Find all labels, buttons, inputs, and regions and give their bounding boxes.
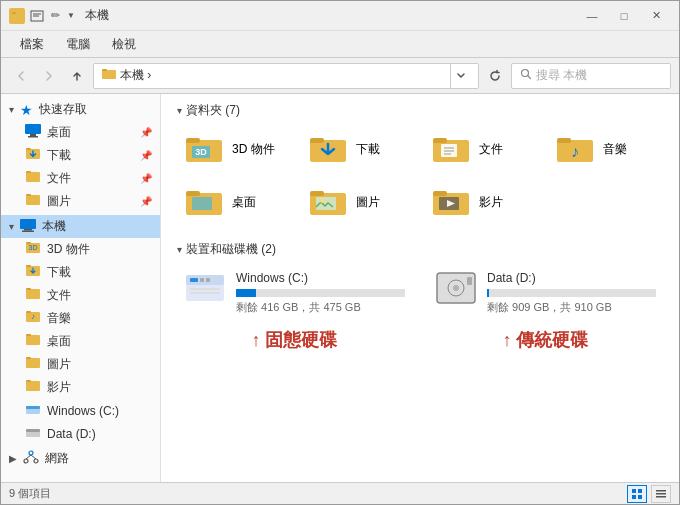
statusbar-text: 9 個項目: [9, 486, 51, 501]
sidebar-label-desktop-quick: 桌面: [47, 124, 71, 141]
search-placeholder: 搜尋 本機: [536, 67, 587, 84]
sidebar-this-pc-header[interactable]: ▾ 本機: [1, 215, 160, 238]
qat-properties-icon[interactable]: [29, 8, 45, 24]
folder-videos-icon: [431, 185, 471, 220]
sidebar-item-network[interactable]: ▶ 網路: [1, 447, 160, 470]
folder-item-pictures[interactable]: 圖片: [301, 180, 417, 225]
sidebar-item-documents[interactable]: 文件: [1, 284, 160, 307]
svg-rect-25: [26, 265, 31, 267]
svg-rect-10: [30, 134, 36, 136]
drive-d-space: 剩餘 909 GB，共 910 GB: [487, 300, 656, 315]
folder-desktop-label: 桌面: [232, 194, 256, 211]
folder-download-icon: [308, 132, 348, 167]
svg-rect-86: [632, 495, 636, 499]
sidebar-item-pictures[interactable]: 圖片: [1, 353, 160, 376]
view-icons-button[interactable]: [627, 485, 647, 503]
qat-rename-icon[interactable]: ✏: [47, 8, 63, 24]
sidebar-quick-access: ▾ ★ 快速存取 桌面 📌: [1, 98, 160, 213]
folder-item-download[interactable]: 下載: [301, 127, 417, 172]
search-icon: [520, 68, 532, 83]
sidebar: ▾ ★ 快速存取 桌面 📌: [1, 94, 161, 482]
network-icon: [23, 450, 39, 467]
sidebar-item-3dobjects[interactable]: 3D 3D 物件: [1, 238, 160, 261]
drive-c-bar-fill: [236, 289, 256, 297]
sidebar-item-downloads-quick[interactable]: 下載 📌: [1, 144, 160, 167]
this-pc-label: 本機: [42, 218, 66, 235]
sidebar-item-videos[interactable]: 影片: [1, 376, 160, 399]
address-bar-folder-icon: [102, 68, 116, 83]
address-dropdown-button[interactable]: [450, 64, 470, 88]
sidebar-item-data-d[interactable]: Data (D:): [1, 422, 160, 445]
drive-d-large-icon: [435, 271, 477, 310]
sidebar-label-data-d: Data (D:): [47, 427, 96, 441]
up-button[interactable]: [65, 64, 89, 88]
svg-point-82: [453, 285, 459, 291]
drive-item-c[interactable]: Windows (C:) 剩餘 416 GB，共 475 GB: [177, 266, 412, 320]
desktop-folder-icon: [25, 333, 41, 350]
svg-rect-9: [25, 124, 41, 134]
downloads-icon: [25, 147, 41, 164]
maximize-button[interactable]: □: [609, 6, 639, 26]
folder-download-label: 下載: [356, 141, 380, 158]
svg-rect-75: [200, 278, 204, 282]
tab-view[interactable]: 檢視: [101, 31, 147, 57]
sidebar-item-music[interactable]: ♪ 音樂: [1, 307, 160, 330]
sidebar-item-documents-quick[interactable]: 文件 📌: [1, 167, 160, 190]
sidebar-item-desktop[interactable]: 桌面: [1, 330, 160, 353]
sidebar-item-pictures-quick[interactable]: 圖片 📌: [1, 190, 160, 213]
svg-rect-16: [26, 195, 40, 205]
pin-icon-downloads: 📌: [140, 150, 152, 161]
back-button[interactable]: [9, 64, 33, 88]
videos-folder-icon: [25, 379, 41, 396]
minimize-button[interactable]: —: [577, 6, 607, 26]
tab-computer[interactable]: 電腦: [55, 31, 101, 57]
folder-item-desktop[interactable]: 桌面: [177, 180, 293, 225]
statusbar: 9 個項目: [1, 482, 679, 504]
search-bar[interactable]: 搜尋 本機: [511, 63, 671, 89]
svg-rect-69: [433, 191, 447, 196]
forward-button[interactable]: [37, 64, 61, 88]
sidebar-label-music: 音樂: [47, 310, 71, 327]
svg-rect-90: [656, 496, 666, 498]
drive-item-d[interactable]: Data (D:) 剩餘 909 GB，共 910 GB: [428, 266, 663, 320]
close-button[interactable]: ✕: [641, 6, 671, 26]
folder-item-videos[interactable]: 影片: [424, 180, 540, 225]
svg-text:♪: ♪: [31, 312, 35, 321]
sidebar-item-desktop-quick[interactable]: 桌面 📌: [1, 121, 160, 144]
refresh-button[interactable]: [483, 64, 507, 88]
3d-icon: 3D: [25, 241, 41, 258]
drives-section-title: 裝置和磁碟機 (2): [186, 241, 276, 258]
sidebar-item-downloads[interactable]: 下載: [1, 261, 160, 284]
folder-desktop-icon: [184, 185, 224, 220]
drive-c-info: Windows (C:) 剩餘 416 GB，共 475 GB: [236, 271, 405, 315]
annotations-row: ↑ 固態硬碟 ↑ 傳統硬碟: [177, 328, 663, 352]
sidebar-quick-access-header[interactable]: ▾ ★ 快速存取: [1, 98, 160, 121]
toolbar: 本機 › 搜尋 本機: [1, 58, 679, 94]
folder-item-music[interactable]: ♪ 音樂: [548, 127, 664, 172]
folder-item-documents[interactable]: 文件: [424, 127, 540, 172]
svg-point-67: [320, 199, 324, 203]
folder-item-3d[interactable]: 3D 3D 物件: [177, 127, 293, 172]
svg-point-43: [34, 459, 38, 463]
svg-rect-87: [638, 495, 642, 499]
pictures-icon-quick: [25, 193, 41, 210]
svg-rect-59: [557, 138, 571, 143]
folder-3d-label: 3D 物件: [232, 141, 275, 158]
sidebar-label-documents-quick: 文件: [47, 170, 71, 187]
svg-rect-83: [467, 277, 472, 285]
svg-rect-47: [186, 138, 200, 143]
folder-pictures-icon: [308, 185, 348, 220]
qat-dropdown-icon[interactable]: ▼: [65, 8, 77, 24]
tab-file[interactable]: 檔案: [9, 31, 55, 57]
svg-rect-62: [186, 191, 200, 196]
view-details-button[interactable]: [651, 485, 671, 503]
svg-rect-33: [26, 358, 40, 368]
sidebar-item-windows-c[interactable]: Windows (C:): [1, 399, 160, 422]
drive-d-bar-fill: [487, 289, 489, 297]
svg-rect-34: [26, 357, 31, 359]
svg-rect-85: [638, 489, 642, 493]
pin-icon-desktop: 📌: [140, 127, 152, 138]
window-title: 本機: [85, 7, 109, 24]
address-bar[interactable]: 本機 ›: [93, 63, 479, 89]
svg-rect-20: [22, 231, 34, 233]
